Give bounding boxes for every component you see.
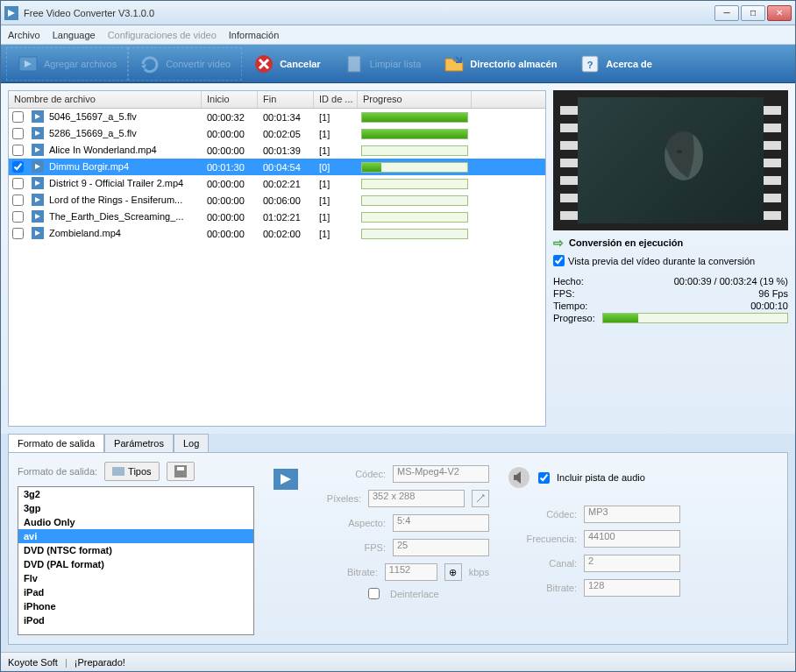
cancel-button[interactable]: Cancelar bbox=[242, 47, 331, 81]
file-row[interactable]: 5286_15669_a_5.flv00:00:0000:02:05[1] bbox=[9, 125, 545, 142]
close-button[interactable]: ✕ bbox=[767, 5, 792, 21]
file-checkbox[interactable] bbox=[12, 195, 24, 206]
svg-rect-16 bbox=[112, 467, 124, 476]
file-checkbox[interactable] bbox=[12, 111, 24, 123]
audio-bitrate-label: Bitrate: bbox=[524, 583, 577, 593]
file-row[interactable]: Zombieland.mp400:00:0000:02:00[1] bbox=[9, 225, 545, 242]
file-start: 00:00:32 bbox=[202, 110, 258, 124]
fps-label: FPS: bbox=[553, 288, 574, 299]
about-button[interactable]: ? Acerca de bbox=[568, 47, 664, 81]
file-row[interactable]: The_Earth_Dies_Screaming_...00:00:0001:0… bbox=[9, 209, 545, 225]
col-id[interactable]: ID de ... bbox=[314, 91, 358, 108]
svg-text:?: ? bbox=[587, 60, 593, 70]
video-bitrate-input[interactable]: 1152 bbox=[385, 563, 437, 581]
format-option[interactable]: iPhone bbox=[18, 599, 253, 613]
file-start: 00:00:00 bbox=[202, 127, 258, 141]
col-name[interactable]: Nombre de archivo bbox=[9, 91, 202, 108]
tab-content: Formato de salida: Tipos 3g23gpAudio Onl… bbox=[8, 452, 788, 645]
format-option[interactable]: iPad bbox=[18, 585, 253, 599]
file-row[interactable]: Alice In Wonderland.mp400:00:0000:01:39[… bbox=[9, 142, 545, 159]
tab-output-format[interactable]: Formato de salida bbox=[8, 434, 104, 452]
file-end: 00:02:00 bbox=[258, 227, 314, 241]
audio-channel-label: Canal: bbox=[524, 558, 577, 569]
file-list-header: Nombre de archivo Inicio Fin ID de ... P… bbox=[9, 91, 545, 109]
preview-checkbox-row[interactable]: Vista previa del vídeo durante la conver… bbox=[553, 255, 788, 266]
format-option[interactable]: DVD (PAL format) bbox=[18, 557, 253, 571]
col-progress[interactable]: Progreso bbox=[358, 91, 472, 108]
format-option[interactable]: Flv bbox=[18, 571, 253, 585]
menu-archivo[interactable]: Archivo bbox=[8, 30, 40, 40]
preview-checkbox[interactable] bbox=[553, 255, 565, 266]
col-end[interactable]: Fin bbox=[258, 91, 314, 108]
done-label: Hecho: bbox=[553, 276, 584, 286]
file-row[interactable]: District 9 - Official Trailer 2.mp400:00… bbox=[9, 175, 545, 192]
maximize-button[interactable]: □ bbox=[741, 5, 765, 21]
format-option[interactable]: Audio Only bbox=[18, 515, 253, 529]
audio-section: Incluir pista de audio Códec:MP3 Frecuen… bbox=[507, 462, 680, 635]
output-dir-button[interactable]: Directorio almacén bbox=[432, 47, 568, 81]
file-checkbox[interactable] bbox=[12, 178, 24, 189]
file-start: 00:00:00 bbox=[202, 144, 258, 158]
include-audio-checkbox[interactable] bbox=[538, 472, 550, 484]
video-fps-select[interactable]: 25 bbox=[393, 539, 489, 556]
tab-parameters[interactable]: Parámetros bbox=[104, 434, 174, 452]
format-option[interactable]: DVD (NTSC format) bbox=[18, 543, 253, 557]
file-row[interactable]: Lord of the Rings - Ensiferum...00:00:00… bbox=[9, 192, 545, 209]
audio-freq-select[interactable]: 44100 bbox=[584, 530, 680, 548]
tab-log[interactable]: Log bbox=[174, 434, 209, 452]
file-row[interactable]: Dimmu Borgir.mp400:01:3000:04:54[0] bbox=[9, 159, 545, 175]
format-option[interactable]: avi bbox=[18, 529, 253, 543]
audio-bitrate-select[interactable]: 128 bbox=[584, 579, 680, 597]
file-id: [1] bbox=[314, 177, 358, 191]
convert-video-button[interactable]: Convertir video bbox=[128, 47, 242, 81]
file-checkbox[interactable] bbox=[12, 145, 24, 156]
deinterlace-label: Deinterlace bbox=[390, 589, 439, 599]
menu-language[interactable]: Language bbox=[53, 30, 96, 40]
file-name: Alice In Wonderland.mp4 bbox=[26, 142, 202, 159]
pixels-edit-button[interactable] bbox=[472, 490, 489, 507]
col-start[interactable]: Inicio bbox=[202, 91, 258, 108]
video-pixels-label: Píxeles: bbox=[309, 493, 361, 504]
format-option[interactable]: iPod bbox=[18, 613, 253, 627]
menubar: Archivo Language Configuraciones de vide… bbox=[1, 25, 795, 45]
file-row[interactable]: 5046_15697_a_5.flv00:00:3200:01:34[1] bbox=[9, 109, 545, 125]
menu-info[interactable]: Información bbox=[229, 30, 279, 40]
file-end: 00:02:05 bbox=[258, 127, 314, 141]
video-codec-select[interactable]: MS-Mpeg4-V2 bbox=[393, 465, 489, 483]
vendor-label: Koyote Soft bbox=[8, 657, 58, 668]
save-format-button[interactable] bbox=[167, 462, 195, 481]
minimize-button[interactable]: ─ bbox=[714, 5, 739, 21]
bitrate-unit: kbps bbox=[469, 567, 489, 577]
clear-list-button[interactable]: Limpiar lista bbox=[332, 47, 433, 81]
deinterlace-checkbox[interactable] bbox=[368, 588, 380, 599]
video-frame bbox=[578, 97, 764, 223]
file-checkbox[interactable] bbox=[12, 228, 24, 239]
file-progress bbox=[358, 144, 472, 158]
file-checkbox[interactable] bbox=[12, 211, 24, 223]
include-audio-label: Incluir pista de audio bbox=[557, 472, 645, 483]
audio-channel-select[interactable]: 2 bbox=[584, 555, 680, 572]
menu-config[interactable]: Configuraciones de video bbox=[108, 30, 217, 40]
help-icon: ? bbox=[579, 53, 601, 74]
add-files-button[interactable]: Agregar archivos bbox=[6, 47, 128, 81]
video-aspect-select[interactable]: 5:4 bbox=[393, 514, 489, 532]
format-option[interactable]: 3gp bbox=[18, 501, 253, 515]
format-option[interactable]: 3g2 bbox=[18, 487, 253, 501]
bitrate-plus-button[interactable]: ⊕ bbox=[444, 563, 462, 581]
tipos-button[interactable]: Tipos bbox=[104, 462, 160, 481]
filmstrip-right bbox=[764, 97, 781, 223]
file-id: [1] bbox=[314, 194, 358, 208]
file-checkbox[interactable] bbox=[12, 128, 24, 139]
file-checkbox[interactable] bbox=[12, 161, 24, 173]
video-pixels-select[interactable]: 352 x 288 bbox=[368, 490, 465, 507]
file-progress bbox=[358, 160, 472, 174]
file-start: 00:00:00 bbox=[202, 194, 258, 208]
audio-codec-label: Códec: bbox=[524, 509, 577, 520]
format-list[interactable]: 3g23gpAudio OnlyaviDVD (NTSC format)DVD … bbox=[18, 486, 254, 635]
file-rows: 5046_15697_a_5.flv00:00:3200:01:34[1]528… bbox=[9, 109, 545, 426]
done-value: 00:00:39 / 00:03:24 (19 %) bbox=[674, 276, 788, 286]
audio-codec-select[interactable]: MP3 bbox=[584, 506, 680, 523]
file-id: [1] bbox=[314, 210, 358, 224]
file-name: 5286_15669_a_5.flv bbox=[26, 125, 202, 143]
file-start: 00:00:00 bbox=[202, 210, 258, 224]
